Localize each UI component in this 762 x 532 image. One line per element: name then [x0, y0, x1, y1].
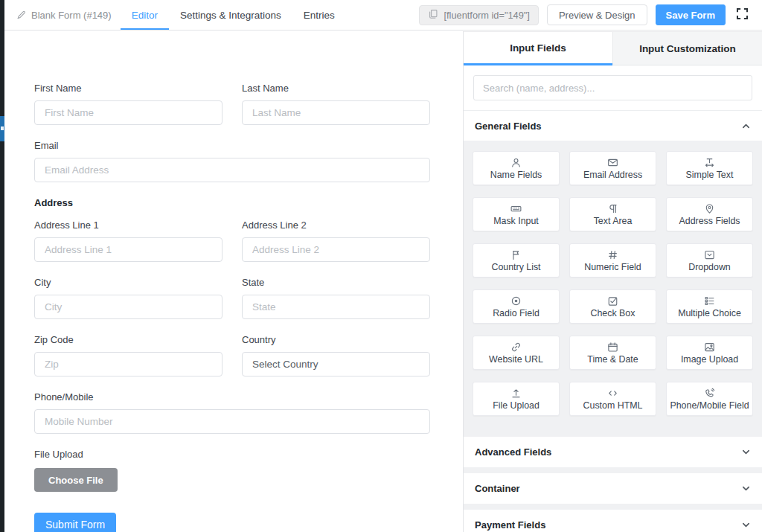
- field-card-country-list[interactable]: Country List: [473, 243, 560, 278]
- shortcode-text: [fluentform id="149"]: [444, 10, 529, 21]
- file-upload-label: File Upload: [34, 449, 430, 460]
- multiple-choice-icon: [704, 295, 715, 307]
- field-card-label: Dropdown: [688, 262, 730, 272]
- tab-input-customization[interactable]: Input Customization: [612, 32, 762, 65]
- tab-input-fields-label: Input Fields: [510, 42, 566, 54]
- field-card-label: Time & Date: [587, 354, 638, 365]
- field-zip-code[interactable]: Zip Code: [34, 334, 222, 376]
- form-title[interactable]: Blank Form (#149): [4, 0, 121, 30]
- field-email[interactable]: Email: [34, 140, 430, 182]
- general-fields-grid: Name Fields Email Address Simple Text Ma…: [464, 141, 762, 426]
- field-card-label: Radio Field: [493, 308, 540, 318]
- field-card-label: File Upload: [493, 400, 540, 411]
- field-card-label: Website URL: [489, 354, 543, 365]
- section-payment-fields[interactable]: Payment Fields: [464, 510, 762, 532]
- field-card-mask-input[interactable]: Mask Input: [473, 197, 560, 231]
- email-input[interactable]: [34, 158, 430, 182]
- field-card-time-date[interactable]: Time & Date: [569, 336, 656, 370]
- field-country[interactable]: Country Select Country: [242, 334, 430, 376]
- field-card-text-area[interactable]: Text Area: [569, 197, 656, 231]
- field-address-line-1[interactable]: Address Line 1: [34, 219, 222, 262]
- wp-admin-collapsed-sidebar[interactable]: [0, 0, 4, 532]
- first-name-label: First Name: [34, 83, 222, 94]
- field-card-address-fields[interactable]: Address Fields: [666, 197, 753, 231]
- choose-file-button[interactable]: Choose File: [34, 468, 118, 492]
- field-card-multiple-choice[interactable]: Multiple Choice: [666, 289, 753, 324]
- address-line-2-input[interactable]: [242, 237, 430, 262]
- last-name-label: Last Name: [242, 83, 430, 94]
- field-card-simple-text[interactable]: Simple Text: [666, 151, 753, 185]
- flag-icon: [510, 249, 522, 260]
- keyboard-icon: [510, 202, 522, 214]
- email-label: Email: [34, 140, 430, 151]
- city-label: City: [34, 277, 222, 288]
- tab-entries[interactable]: Entries: [292, 1, 346, 30]
- field-card-label: Check Box: [591, 308, 635, 318]
- user-icon: [510, 156, 522, 168]
- field-card-dropdown[interactable]: Dropdown: [666, 243, 753, 278]
- field-phone[interactable]: Phone/Mobile: [34, 391, 430, 434]
- dropdown-icon: [704, 249, 715, 260]
- field-card-label: Address Fields: [679, 216, 740, 226]
- field-card-custom-html[interactable]: Custom HTML: [569, 382, 656, 416]
- state-input[interactable]: [242, 295, 430, 319]
- field-card-file-upload[interactable]: File Upload: [473, 382, 560, 416]
- field-search-input[interactable]: [473, 75, 752, 100]
- field-card-check-box[interactable]: Check Box: [569, 289, 656, 324]
- field-card-label: Phone/Mobile Field: [670, 400, 749, 411]
- form-title-label: Blank Form (#149): [31, 10, 112, 21]
- field-search-container: [464, 65, 762, 110]
- tab-settings-label: Settings & Integrations: [180, 10, 281, 21]
- code-icon: [607, 387, 618, 399]
- preview-design-button[interactable]: Preview & Design: [547, 4, 647, 25]
- tab-input-customization-label: Input Customization: [639, 43, 736, 54]
- fullscreen-button[interactable]: [734, 5, 751, 25]
- phone-label: Phone/Mobile: [34, 391, 430, 403]
- field-card-phone-mobile-field[interactable]: Phone/Mobile Field: [666, 382, 753, 416]
- section-general-fields-title: General Fields: [475, 121, 542, 132]
- zip-code-input[interactable]: [34, 352, 222, 376]
- country-select[interactable]: Select Country: [242, 352, 430, 376]
- section-general-fields[interactable]: General Fields: [464, 110, 762, 141]
- field-address-line-2[interactable]: Address Line 2: [242, 219, 430, 262]
- field-card-label: Mask Input: [493, 216, 539, 226]
- tab-editor-label: Editor: [132, 10, 158, 21]
- tab-editor[interactable]: Editor: [121, 1, 169, 30]
- save-form-button[interactable]: Save Form: [656, 4, 726, 25]
- field-file-upload[interactable]: File Upload Choose File: [34, 449, 430, 492]
- phone-input[interactable]: [34, 409, 430, 434]
- field-card-label: Image Upload: [681, 354, 738, 365]
- field-card-radio-field[interactable]: Radio Field: [473, 289, 560, 324]
- section-advanced-fields[interactable]: Advanced Fields: [464, 437, 762, 467]
- tab-settings-integrations[interactable]: Settings & Integrations: [169, 1, 292, 30]
- shortcode-chip[interactable]: [fluentform id="149"]: [419, 5, 538, 25]
- field-card-name-fields[interactable]: Name Fields: [473, 151, 560, 185]
- last-name-input[interactable]: [242, 100, 430, 125]
- zip-code-label: Zip Code: [34, 334, 222, 345]
- field-last-name[interactable]: Last Name: [242, 83, 430, 125]
- upload-icon: [510, 387, 522, 399]
- copy-icon: [428, 9, 438, 22]
- section-payment-fields-title: Payment Fields: [475, 519, 545, 531]
- field-first-name[interactable]: First Name: [34, 83, 222, 125]
- pencil-icon: [16, 10, 27, 20]
- tab-entries-label: Entries: [304, 10, 335, 21]
- field-card-email-address[interactable]: Email Address: [569, 151, 656, 185]
- tab-input-fields[interactable]: Input Fields: [464, 32, 612, 65]
- field-card-label: Custom HTML: [583, 400, 643, 411]
- field-card-numeric-field[interactable]: Numeric Field: [569, 243, 656, 278]
- checkbox-icon: [607, 295, 618, 307]
- hash-icon: [607, 249, 618, 260]
- section-advanced-fields-title: Advanced Fields: [475, 446, 551, 458]
- address-line-1-input[interactable]: [34, 237, 222, 262]
- field-state[interactable]: State: [242, 277, 430, 319]
- submit-form-button[interactable]: Submit Form: [34, 513, 116, 532]
- first-name-input[interactable]: [34, 100, 222, 125]
- address-group-label: Address: [34, 197, 463, 208]
- chevron-down-icon: [741, 484, 751, 493]
- field-city[interactable]: City: [34, 277, 222, 319]
- field-card-image-upload[interactable]: Image Upload: [666, 336, 753, 370]
- section-container[interactable]: Container: [464, 473, 762, 504]
- field-card-website-url[interactable]: Website URL: [473, 336, 560, 370]
- city-input[interactable]: [34, 295, 222, 319]
